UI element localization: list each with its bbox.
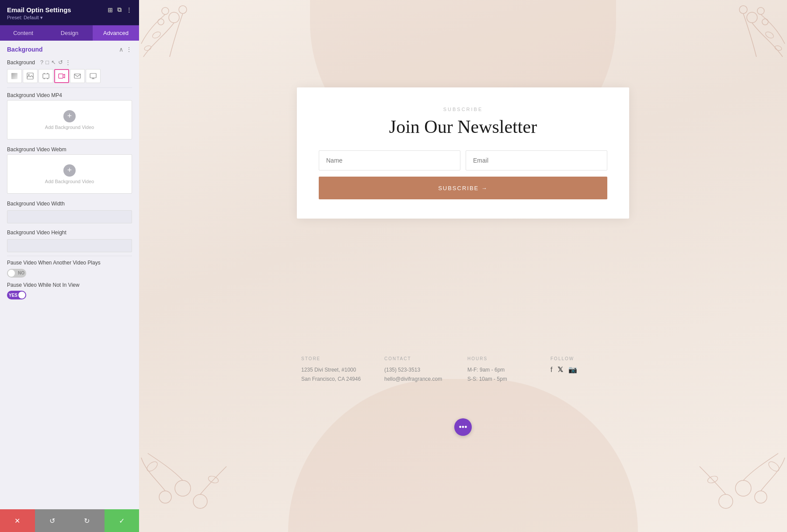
svg-point-13	[169, 12, 179, 23]
contact-title: CONTACT	[384, 356, 459, 361]
svg-rect-10	[90, 73, 96, 78]
svg-rect-8	[59, 74, 63, 78]
store-line2: San Francisco, CA 24946	[301, 375, 376, 383]
bg-question-icon[interactable]: ?	[40, 59, 43, 66]
tab-content[interactable]: Content	[0, 25, 46, 41]
svg-point-19	[747, 12, 757, 23]
bg-reset-icon[interactable]: ↺	[58, 59, 63, 66]
svg-point-15	[179, 6, 187, 14]
undo-button[interactable]: ↺	[35, 509, 70, 532]
store-address: 1235 Divi Street, #1000 San Francisco, C…	[301, 365, 376, 383]
hours-info: M-F: 9am - 6pm S-S: 10am - 5pm	[467, 365, 542, 383]
height-input[interactable]	[7, 239, 132, 252]
preset-label[interactable]: Preset: Default ▾	[7, 15, 132, 21]
divider-2	[7, 256, 132, 256]
section-header: Background ∧ ⋮	[0, 41, 139, 56]
bg-more-icon[interactable]: ⋮	[65, 59, 71, 66]
tab-advanced[interactable]: Advanced	[93, 25, 139, 41]
divider-1	[7, 87, 132, 88]
facebook-icon[interactable]: f	[550, 366, 552, 374]
pause-another-toggle-wrap: NO	[7, 269, 132, 278]
fab-button[interactable]: •••	[454, 418, 472, 436]
instagram-icon[interactable]: 📷	[568, 365, 577, 374]
pause-view-toggle[interactable]: YES	[7, 291, 26, 299]
redo-button[interactable]: ↻	[70, 509, 104, 532]
panel-title-row: Email Optin Settings ⊞ ⧉ ⋮	[7, 6, 132, 14]
icon-btn-email[interactable]	[70, 69, 85, 83]
icon-btn-video[interactable]	[54, 69, 69, 83]
footer-col-follow: FOLLOW f 𝕏 📷	[546, 356, 629, 383]
contact-email: hello@divifragrance.com	[384, 375, 459, 383]
mp4-plus-icon: +	[63, 110, 76, 122]
svg-rect-5	[47, 73, 48, 74]
height-label: Background Video Height	[0, 226, 139, 237]
svg-rect-3	[43, 74, 49, 78]
icon-btn-image[interactable]	[23, 69, 38, 83]
svg-rect-4	[44, 73, 45, 74]
panel-content: Background ∧ ⋮ Background ? □ ↖ ↺ ⋮	[0, 41, 139, 509]
twitter-icon[interactable]: 𝕏	[557, 365, 563, 374]
svg-point-25	[175, 480, 191, 496]
svg-point-31	[755, 491, 767, 503]
pause-view-toggle-wrap: YES	[7, 291, 132, 299]
section-controls: ∧ ⋮	[119, 46, 132, 53]
bg-cursor-icon[interactable]: ↖	[51, 59, 56, 66]
name-input[interactable]	[319, 150, 460, 170]
svg-point-14	[162, 7, 169, 14]
subscribe-button[interactable]: SUBSCRIBE →	[319, 177, 607, 199]
pause-another-toggle[interactable]: NO	[7, 269, 26, 278]
icon-btn-video-bg[interactable]	[38, 69, 53, 83]
svg-point-26	[159, 491, 171, 503]
svg-rect-0	[11, 73, 17, 79]
svg-point-28	[145, 460, 159, 473]
svg-point-16	[158, 19, 164, 25]
svg-point-27	[193, 494, 207, 508]
mp4-upload-text: Add Background Video	[45, 125, 94, 130]
subscribe-card: SUBSCRIBE Join Our Newsletter SUBSCRIBE …	[297, 87, 629, 219]
icon-bar	[0, 67, 139, 87]
subscribe-title: Join Our Newsletter	[319, 116, 607, 137]
svg-point-30	[735, 480, 751, 496]
email-input[interactable]	[466, 150, 607, 170]
svg-point-33	[767, 460, 781, 473]
webm-upload-box[interactable]: + Add Background Video	[7, 154, 132, 194]
icon-btn-desktop[interactable]	[86, 69, 101, 83]
width-input[interactable]	[7, 210, 132, 223]
section-collapse-icon[interactable]: ∧	[119, 46, 123, 53]
save-button[interactable]: ✓	[104, 509, 139, 532]
svg-point-22	[762, 19, 768, 25]
floral-top-right	[691, 0, 787, 96]
footer-col-hours: HOURS M-F: 9am - 6pm S-S: 10am - 5pm	[463, 356, 546, 383]
svg-rect-1	[27, 73, 33, 79]
webm-label: Background Video Webm	[0, 143, 139, 154]
mp4-upload-box[interactable]: + Add Background Video	[7, 100, 132, 139]
mp4-label: Background Video MP4	[0, 89, 139, 100]
panel-header: Email Optin Settings ⊞ ⧉ ⋮ Preset: Defau…	[0, 0, 139, 25]
panel-icon-more[interactable]: ⋮	[126, 7, 132, 14]
contact-info: (135) 523-3513 hello@divifragrance.com	[384, 365, 459, 383]
svg-point-32	[719, 494, 733, 508]
subscribe-form	[319, 150, 607, 170]
hours-title: HOURS	[467, 356, 542, 361]
svg-point-2	[28, 74, 30, 76]
tab-design[interactable]: Design	[46, 25, 93, 41]
icon-btn-gradient[interactable]	[7, 69, 22, 83]
left-panel: Email Optin Settings ⊞ ⧉ ⋮ Preset: Defau…	[0, 0, 139, 532]
bottom-bar: ✕ ↺ ↻ ✓	[0, 509, 139, 532]
section-title: Background	[7, 46, 43, 53]
panel-icon-split[interactable]: ⧉	[117, 6, 122, 14]
pause-another-label: Pause Video When Another Video Plays	[7, 260, 132, 267]
bg-row-icons: ? □ ↖ ↺ ⋮	[40, 59, 71, 66]
webm-upload-text: Add Background Video	[45, 179, 94, 184]
bg-desktop-icon[interactable]: □	[45, 59, 49, 66]
follow-title: FOLLOW	[550, 356, 625, 361]
bg-label-row: Background ? □ ↖ ↺ ⋮	[0, 56, 139, 67]
width-label: Background Video Width	[0, 197, 139, 209]
panel-icon-grid[interactable]: ⊞	[108, 7, 113, 14]
footer-info: STORE 1235 Divi Street, #1000 San Franci…	[297, 356, 629, 383]
store-line1: 1235 Divi Street, #1000	[301, 365, 376, 374]
width-input-row	[0, 209, 139, 226]
cancel-button[interactable]: ✕	[0, 509, 35, 532]
pause-view-label: Pause Video While Not In View	[7, 282, 132, 289]
section-more-icon[interactable]: ⋮	[126, 46, 132, 53]
